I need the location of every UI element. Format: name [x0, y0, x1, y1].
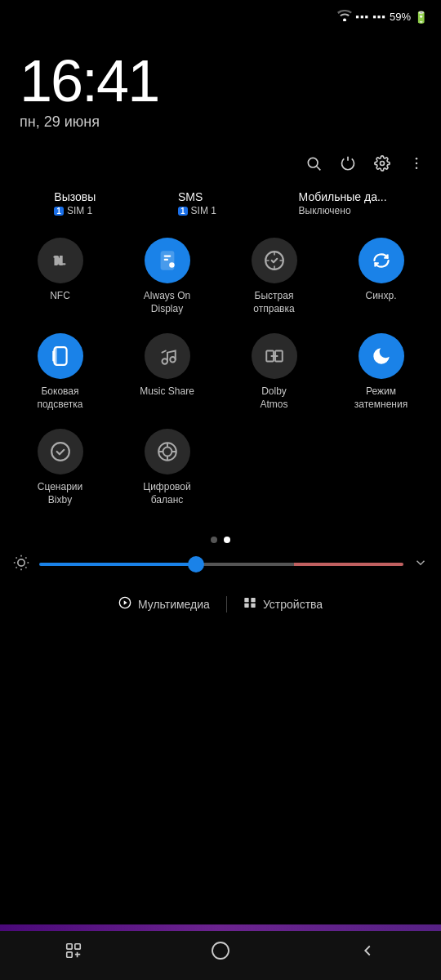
edgelighting-icon-wrap — [38, 333, 83, 379]
settings-icon[interactable] — [374, 155, 390, 176]
brightness-track[interactable] — [39, 563, 403, 566]
tile-quickshare-label: Быстраяотправка — [253, 290, 294, 315]
brightness-icon — [13, 555, 29, 575]
sim-calls-badge: 1 — [54, 207, 64, 216]
sim-data[interactable]: Мобильные да... Выключено — [299, 190, 387, 216]
brightness-thumb[interactable] — [188, 556, 204, 572]
svg-line-31 — [25, 567, 26, 568]
media-play-icon — [118, 596, 131, 612]
tile-sync[interactable]: Синхр. — [329, 229, 433, 322]
sim-calls[interactable]: Вызовы 1 SIM 1 — [54, 190, 96, 216]
tile-musicshare[interactable]: Music Share — [115, 325, 219, 417]
wifi-icon — [337, 10, 352, 24]
svg-rect-44 — [66, 952, 71, 957]
media-label: Мультимедиа — [138, 598, 210, 611]
tile-musicshare-label: Music Share — [140, 385, 194, 399]
sim-calls-label: Вызовы — [54, 190, 96, 203]
power-icon[interactable] — [340, 155, 356, 176]
tile-aod-label: Always OnDisplay — [144, 290, 190, 315]
status-bar: ▪▪▪ ▪▪▪ 59% 🔋 — [0, 0, 441, 27]
brightness-row — [0, 555, 441, 575]
sim-sms-badge: 1 — [178, 207, 188, 216]
sim-calls-sub: SIM 1 — [67, 205, 92, 216]
sim-sms-sub: SIM 1 — [191, 205, 216, 216]
svg-line-35 — [25, 557, 26, 558]
svg-line-34 — [16, 567, 17, 568]
dot-2 — [224, 537, 230, 543]
nightmode-icon-wrap — [359, 333, 404, 379]
svg-rect-14 — [52, 351, 54, 362]
tile-sync-label: Синхр. — [365, 290, 396, 303]
svg-point-10 — [169, 262, 175, 268]
battery-text: 59% — [390, 11, 411, 23]
battery-icon: 🔋 — [414, 11, 428, 24]
clock-time: 16:41 — [20, 51, 421, 110]
aod-icon-wrap — [145, 238, 190, 283]
sim-data-label: Мобильные да... — [299, 190, 387, 203]
bixby-icon-wrap — [38, 429, 83, 474]
tile-nightmode-label: Режимзатемнения — [354, 385, 408, 411]
quickshare-icon-wrap — [252, 238, 297, 283]
svg-rect-13 — [54, 347, 56, 365]
tile-digitalwellbeing[interactable]: Цифровойбаланс — [115, 421, 219, 513]
sync-icon-wrap — [359, 238, 404, 283]
signal2-icon: ▪▪▪ — [372, 11, 386, 23]
dot-1 — [211, 537, 217, 543]
svg-rect-39 — [251, 598, 255, 602]
nav-home-button[interactable] — [194, 934, 247, 972]
svg-point-22 — [163, 448, 172, 457]
tile-nightmode[interactable]: Режимзатемнения — [329, 325, 433, 417]
svg-point-0 — [308, 158, 318, 167]
pagination — [0, 537, 441, 543]
svg-rect-43 — [74, 944, 79, 949]
svg-point-3 — [416, 158, 418, 160]
devices-icon — [243, 596, 256, 612]
sim-data-sub: Выключено — [299, 205, 351, 216]
tile-edgelighting-label: Боковаяподсветка — [37, 385, 82, 411]
tile-dolby-label: DolbyAtmos — [260, 385, 287, 411]
signal-icon: ▪▪▪ — [355, 11, 369, 23]
tile-bixby-label: СценарииBixby — [38, 481, 82, 506]
svg-point-15 — [162, 359, 167, 364]
search-icon[interactable] — [305, 155, 322, 176]
svg-marker-37 — [124, 600, 127, 604]
tile-nfc-label: NFC — [50, 290, 70, 303]
nav-recent-button[interactable] — [48, 935, 99, 971]
svg-point-2 — [381, 162, 385, 166]
more-icon[interactable] — [408, 155, 425, 176]
nav-bar — [0, 931, 441, 980]
media-row: Мультимедиа Устройства — [0, 590, 441, 627]
tile-bixby[interactable]: СценарииBixby — [8, 421, 112, 513]
svg-rect-41 — [251, 603, 255, 607]
tile-aod[interactable]: Always OnDisplay — [115, 229, 219, 322]
nfc-icon-wrap: N — [38, 238, 83, 283]
devices-label: Устройства — [263, 598, 323, 611]
sim-row: Вызовы 1 SIM 1 SMS 1 SIM 1 Мобильные да.… — [0, 184, 441, 229]
clock-date: пн, 29 июня — [20, 114, 421, 131]
qs-header — [0, 139, 441, 184]
tile-dolby[interactable]: DolbyAtmos — [222, 325, 326, 417]
status-icons: ▪▪▪ ▪▪▪ 59% 🔋 — [337, 10, 428, 24]
tiles-grid: N NFC Always OnDisplay Быст — [0, 229, 441, 514]
svg-point-27 — [18, 559, 24, 565]
svg-rect-38 — [244, 598, 248, 602]
svg-point-5 — [416, 167, 418, 170]
svg-line-30 — [16, 557, 17, 558]
tile-quickshare[interactable]: Быстраяотправка — [222, 229, 326, 322]
nav-back-button[interactable] — [342, 935, 393, 971]
media-button[interactable]: Мультимедиа — [102, 590, 226, 619]
clock-area: 16:41 пн, 29 июня — [0, 27, 441, 139]
devices-button[interactable]: Устройства — [227, 590, 339, 619]
musicshare-icon-wrap — [145, 333, 190, 379]
tile-edgelighting[interactable]: Боковаяподсветка — [8, 325, 112, 417]
tile-nfc[interactable]: N NFC — [8, 229, 112, 322]
sim-sms[interactable]: SMS 1 SIM 1 — [178, 190, 216, 216]
brightness-expand-icon[interactable] — [413, 555, 428, 574]
sim-sms-label: SMS — [178, 190, 203, 203]
svg-rect-8 — [163, 256, 171, 257]
svg-point-4 — [416, 163, 418, 165]
svg-point-20 — [51, 443, 69, 461]
svg-rect-9 — [163, 259, 167, 261]
dolby-icon-wrap — [252, 333, 297, 379]
svg-rect-40 — [244, 603, 248, 607]
